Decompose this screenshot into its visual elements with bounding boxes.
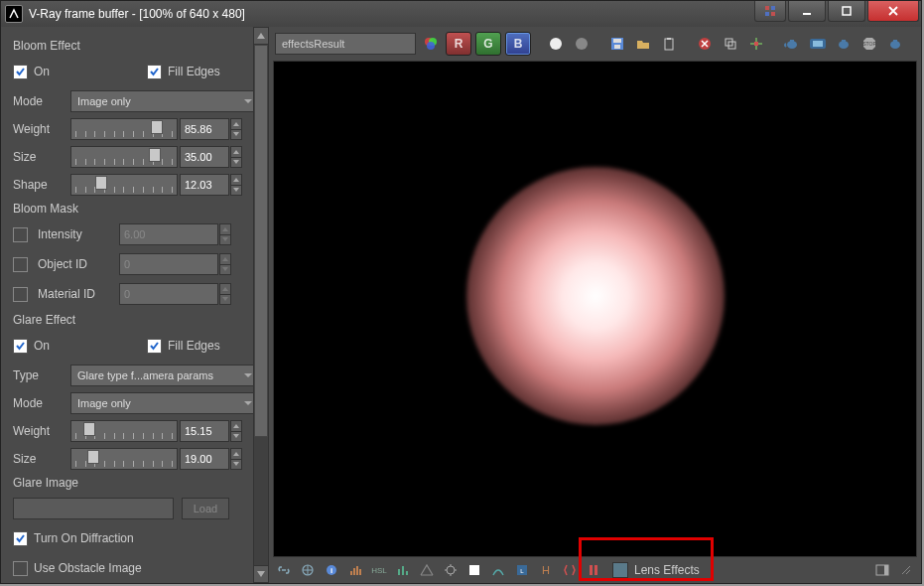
intensity-spinner <box>219 223 231 245</box>
glare-weight-spinner[interactable] <box>230 420 242 442</box>
split-icon[interactable] <box>585 561 602 579</box>
top-toolbar: effectsResult R G B STOP <box>269 27 921 61</box>
svg-rect-45 <box>594 565 597 575</box>
compare-icon[interactable] <box>561 561 579 579</box>
svg-rect-0 <box>765 6 769 10</box>
glare-size-slider[interactable] <box>70 448 178 470</box>
teapot1-icon[interactable] <box>781 33 803 55</box>
materialid-label: Material ID <box>38 287 119 301</box>
bloom-size-input[interactable]: 35.00 <box>180 146 229 168</box>
whitebalance-icon[interactable] <box>465 561 483 579</box>
bloom-size-spinner[interactable] <box>230 146 242 168</box>
teapot4-icon[interactable] <box>884 33 906 55</box>
curves-icon[interactable] <box>394 561 412 579</box>
bloom-fill-edges-checkbox[interactable] <box>147 65 162 79</box>
mono-white-icon[interactable] <box>545 33 567 55</box>
objectid-checkbox[interactable] <box>13 257 28 272</box>
svg-rect-44 <box>590 565 593 575</box>
bloom-shape-label: Shape <box>13 178 70 192</box>
intensity-checkbox[interactable] <box>13 227 28 242</box>
glare-mode-select[interactable]: Image only <box>70 392 259 414</box>
glare-weight-label: Weight <box>13 424 70 438</box>
obstacle-label: Use Obstacle Image <box>34 561 142 575</box>
bloom-shape-input[interactable]: 12.03 <box>180 174 229 196</box>
bloom-on-checkbox[interactable] <box>13 65 28 79</box>
glare-on-checkbox[interactable] <box>13 339 28 354</box>
svg-rect-33 <box>350 571 352 575</box>
resize-grip-icon[interactable] <box>897 561 915 579</box>
bloom-weight-spinner[interactable] <box>230 118 242 140</box>
materialid-checkbox[interactable] <box>13 287 28 302</box>
svg-rect-25 <box>842 40 846 42</box>
channel-dropdown[interactable]: effectsResult <box>275 33 416 55</box>
svg-point-8 <box>427 42 435 50</box>
minimize-button[interactable] <box>788 1 826 22</box>
glare-weight-input[interactable]: 15.15 <box>180 420 229 442</box>
clipboard-icon[interactable] <box>658 33 680 55</box>
teapot2-icon[interactable] <box>807 33 829 55</box>
svg-rect-21 <box>790 40 794 42</box>
close-button[interactable] <box>867 1 919 22</box>
open-icon[interactable] <box>632 33 654 55</box>
svg-point-20 <box>787 41 797 49</box>
blue-channel-button[interactable]: B <box>505 32 531 56</box>
objectid-spinner <box>219 253 231 275</box>
glare-image-path <box>13 498 174 519</box>
teapot3-icon[interactable] <box>833 33 855 55</box>
save-icon[interactable] <box>606 33 628 55</box>
diffraction-checkbox[interactable] <box>13 531 28 546</box>
bloom-weight-input[interactable]: 85.86 <box>180 118 229 140</box>
stop-icon[interactable]: STOP <box>858 33 880 55</box>
svg-point-40 <box>447 566 455 574</box>
intensity-input: 6.00 <box>119 223 218 245</box>
glare-mode-label: Mode <box>13 396 70 410</box>
mono-gray-icon[interactable] <box>571 33 593 55</box>
glare-image-title: Glare Image <box>13 476 259 490</box>
histogram-h-icon[interactable]: H <box>537 561 555 579</box>
rgb-channels-icon[interactable] <box>420 33 442 55</box>
window-options-button[interactable] <box>754 1 786 22</box>
link-icon[interactable] <box>275 561 293 579</box>
obstacle-checkbox[interactable] <box>13 561 28 576</box>
svg-rect-41 <box>469 565 479 575</box>
red-channel-button[interactable]: R <box>446 32 471 56</box>
panel-scrollbar[interactable] <box>253 27 269 583</box>
maximize-button[interactable] <box>828 1 865 22</box>
svg-rect-14 <box>665 39 673 50</box>
render-viewport[interactable] <box>273 61 917 557</box>
glare-fill-edges-checkbox[interactable] <box>147 339 162 354</box>
duplicate-icon[interactable] <box>720 33 741 55</box>
svg-rect-35 <box>356 566 358 575</box>
bloom-shape-spinner[interactable] <box>230 174 242 196</box>
hsl-icon[interactable]: HSL <box>370 561 388 579</box>
glare-size-input[interactable]: 19.00 <box>180 448 229 470</box>
globe-icon[interactable] <box>299 561 317 579</box>
lens-effects-toggle[interactable]: Lens Effects <box>608 559 704 581</box>
glare-weight-slider[interactable] <box>70 420 178 442</box>
glare-size-spinner[interactable] <box>230 448 242 470</box>
info-icon[interactable]: i <box>323 561 340 579</box>
svg-rect-34 <box>353 568 355 575</box>
balance-icon[interactable] <box>418 561 436 579</box>
lut-icon[interactable]: L <box>513 561 531 579</box>
lens-effects-label: Lens Effects <box>634 563 700 577</box>
bloom-size-slider[interactable] <box>70 146 178 168</box>
diffraction-label: Turn On Diffraction <box>34 531 134 545</box>
bloom-weight-label: Weight <box>13 122 70 136</box>
svg-rect-3 <box>771 12 775 16</box>
effects-panel: Bloom Effect On Fill Edges Mode Image on… <box>1 27 269 583</box>
bloom-mode-select[interactable]: Image only <box>70 90 259 112</box>
bloom-weight-slider[interactable] <box>70 118 178 140</box>
levels-icon[interactable] <box>346 561 364 579</box>
window-title: V-Ray frame buffer - [100% of 640 x 480] <box>29 7 245 21</box>
region-icon[interactable] <box>745 33 767 55</box>
exposure-icon[interactable] <box>442 561 460 579</box>
glare-type-select[interactable]: Glare type f...amera params <box>70 365 259 386</box>
glare-image-load-button[interactable]: Load <box>182 498 229 519</box>
clear-icon[interactable] <box>694 33 716 55</box>
curve2-icon[interactable] <box>489 561 507 579</box>
green-channel-button[interactable]: G <box>475 32 501 56</box>
side-panel-toggle[interactable] <box>873 561 891 579</box>
title-bar: V-Ray frame buffer - [100% of 640 x 480] <box>1 1 921 27</box>
bloom-shape-slider[interactable] <box>70 174 178 196</box>
